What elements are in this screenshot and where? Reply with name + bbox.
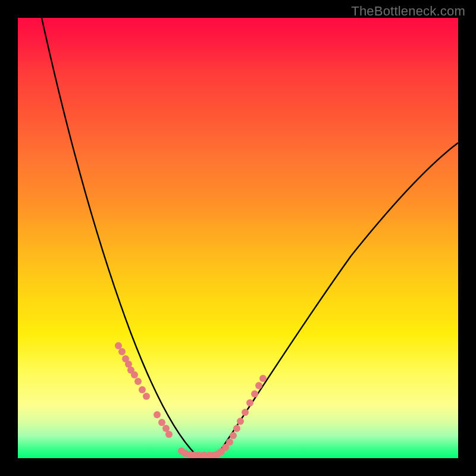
svg-point-12 [165,431,173,438]
svg-point-10 [158,419,165,426]
svg-point-5 [131,371,138,378]
right-dotted-segment [251,375,267,397]
svg-point-28 [242,409,249,416]
bottom-dotted-segment [178,399,253,458]
svg-point-27 [237,418,244,425]
svg-point-31 [255,382,262,389]
watermark-text: TheBottleneck.com [351,4,465,19]
svg-point-1 [118,348,126,355]
svg-point-25 [230,432,237,439]
svg-point-32 [259,375,267,382]
svg-point-8 [143,393,150,400]
svg-point-29 [246,399,253,406]
svg-point-9 [154,411,161,418]
left-dotted-segment [115,342,173,438]
svg-point-6 [134,378,142,385]
svg-point-7 [139,386,146,393]
svg-point-30 [251,390,258,397]
svg-point-26 [233,425,240,432]
plot-area [18,18,458,458]
right-curve [217,143,458,455]
left-curve [42,18,196,455]
svg-point-0 [115,342,122,349]
chart-svg [18,18,458,458]
svg-point-24 [226,439,233,446]
